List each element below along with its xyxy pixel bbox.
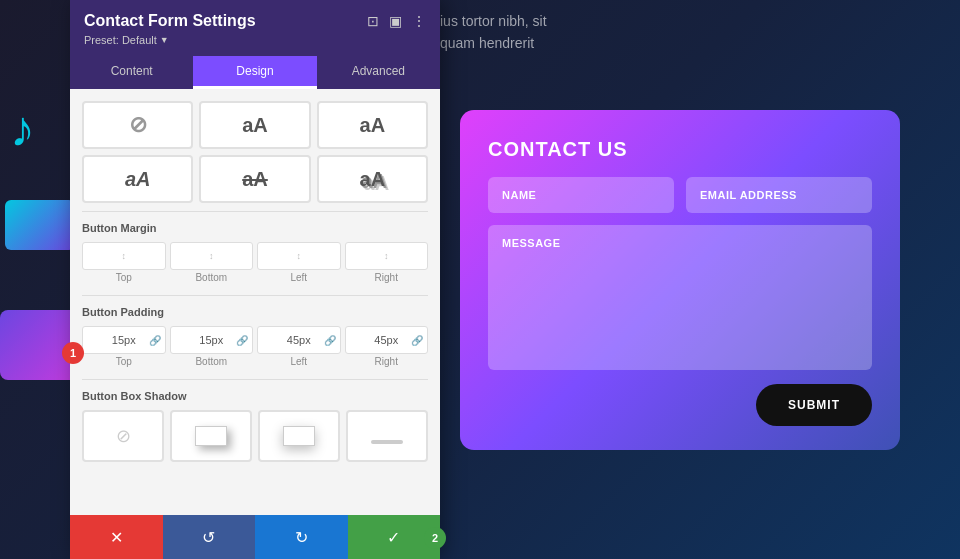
tab-content[interactable]: Content xyxy=(70,56,193,89)
panel-title: Contact Form Settings xyxy=(84,12,256,30)
background-text: ius tortor nibh, sit quam hendrerit xyxy=(440,10,547,55)
contact-form-title: CONTACT US xyxy=(488,138,872,161)
badge-2: 2 xyxy=(424,527,446,549)
text-style-strike[interactable]: aA xyxy=(199,155,310,203)
button-margin-section: Button Margin ↕ Top ↕ Bottom ↕ xyxy=(70,212,440,295)
contact-submit-button[interactable]: SUBMIT xyxy=(756,384,872,426)
padding-left-input[interactable]: 45px 🔗 xyxy=(257,326,341,354)
padding-right-input[interactable]: 45px 🔗 xyxy=(345,326,429,354)
panel-toolbar: ✕ ↺ ↻ ✓ xyxy=(70,515,440,559)
deco-card xyxy=(5,200,75,250)
text-style-none[interactable]: ⊘ xyxy=(82,101,193,149)
shadow-style-2[interactable] xyxy=(258,410,340,462)
padding-top-link-icon: 🔗 xyxy=(149,335,161,346)
panel-header-icons: ⊡ ▣ ⋮ xyxy=(367,13,426,29)
badge-1: 1 xyxy=(62,342,84,364)
shadow-none-icon: ⊘ xyxy=(116,425,131,447)
shadow-style-3[interactable] xyxy=(346,410,428,462)
padding-right-label: Right xyxy=(375,356,398,367)
margin-bottom-label: Bottom xyxy=(195,272,227,283)
tab-advanced[interactable]: Advanced xyxy=(317,56,440,89)
panel-body: ⊘ aA aA aA aA aA Button Margin ↕ Top ↕ xyxy=(70,89,440,515)
panel-header: Contact Form Settings ⊡ ▣ ⋮ Preset: Defa… xyxy=(70,0,440,56)
padding-left-link-icon: 🔗 xyxy=(324,335,336,346)
shadow-preview-2 xyxy=(283,426,315,446)
padding-top-group: 15px 🔗 Top xyxy=(82,326,166,367)
margin-bottom-group: ↕ Bottom xyxy=(170,242,254,283)
padding-top-input[interactable]: 15px 🔗 xyxy=(82,326,166,354)
margin-right-input[interactable]: ↕ xyxy=(345,242,429,270)
cancel-button[interactable]: ✕ xyxy=(70,515,163,559)
more-icon[interactable]: ⋮ xyxy=(412,13,426,29)
contact-email-field[interactable]: EMAIL ADDRESS xyxy=(686,177,872,213)
padding-left-label: Left xyxy=(290,356,307,367)
padding-left-group: 45px 🔗 Left xyxy=(257,326,341,367)
layout-icon[interactable]: ▣ xyxy=(389,13,402,29)
button-padding-label: Button Padding xyxy=(82,306,428,318)
contact-message-field[interactable]: MESSAGE xyxy=(488,225,872,370)
margin-right-label: Right xyxy=(375,272,398,283)
padding-right-link-icon: 🔗 xyxy=(411,335,423,346)
button-shadow-section: Button Box Shadow ⊘ xyxy=(70,380,440,476)
contact-name-email-row: NAME EMAIL ADDRESS xyxy=(488,177,872,213)
margin-left-label: Left xyxy=(290,272,307,283)
undo-button[interactable]: ↺ xyxy=(163,515,256,559)
margin-field-row: ↕ Top ↕ Bottom ↕ Left xyxy=(82,242,428,283)
shadow-preview-3 xyxy=(371,440,403,444)
margin-top-input[interactable]: ↕ xyxy=(82,242,166,270)
shadow-preview-1 xyxy=(195,426,227,446)
margin-top-group: ↕ Top xyxy=(82,242,166,283)
margin-left-group: ↕ Left xyxy=(257,242,341,283)
text-style-bold[interactable]: aA xyxy=(317,101,428,149)
shadow-style-1[interactable] xyxy=(170,410,252,462)
panel-tabs: Content Design Advanced xyxy=(70,56,440,89)
panel-preset[interactable]: Preset: Default ▼ xyxy=(84,34,426,46)
padding-bottom-group: 15px 🔗 Bottom xyxy=(170,326,254,367)
responsive-icon[interactable]: ⊡ xyxy=(367,13,379,29)
redo-button[interactable]: ↻ xyxy=(255,515,348,559)
shadow-none[interactable]: ⊘ xyxy=(82,410,164,462)
contact-name-field[interactable]: NAME xyxy=(488,177,674,213)
text-style-normal[interactable]: aA xyxy=(199,101,310,149)
button-margin-label: Button Margin xyxy=(82,222,428,234)
contact-submit-row: SUBMIT xyxy=(488,384,872,426)
padding-right-group: 45px 🔗 Right xyxy=(345,326,429,367)
preset-arrow: ▼ xyxy=(160,35,169,45)
padding-bottom-label: Bottom xyxy=(195,356,227,367)
contact-form-panel: CONTACT US NAME EMAIL ADDRESS MESSAGE SU… xyxy=(460,110,900,450)
text-style-grid: ⊘ aA aA aA aA aA xyxy=(70,89,440,211)
margin-bottom-input[interactable]: ↕ xyxy=(170,242,254,270)
padding-top-label: Top xyxy=(116,356,132,367)
padding-field-row: 15px 🔗 Top 15px 🔗 Bottom 45px 🔗 xyxy=(82,326,428,367)
settings-panel: Contact Form Settings ⊡ ▣ ⋮ Preset: Defa… xyxy=(70,0,440,559)
padding-bottom-link-icon: 🔗 xyxy=(236,335,248,346)
margin-top-label: Top xyxy=(116,272,132,283)
text-style-shadow[interactable]: aA xyxy=(317,155,428,203)
shadow-options: ⊘ xyxy=(82,410,428,468)
deco-music-icon: ♪ xyxy=(10,100,35,158)
margin-right-group: ↕ Right xyxy=(345,242,429,283)
button-padding-section: Button Padding 15px 🔗 Top 15px 🔗 Bottom xyxy=(70,296,440,379)
tab-design[interactable]: Design xyxy=(193,56,316,89)
button-shadow-label: Button Box Shadow xyxy=(82,390,428,402)
padding-bottom-input[interactable]: 15px 🔗 xyxy=(170,326,254,354)
margin-left-input[interactable]: ↕ xyxy=(257,242,341,270)
text-style-italic[interactable]: aA xyxy=(82,155,193,203)
